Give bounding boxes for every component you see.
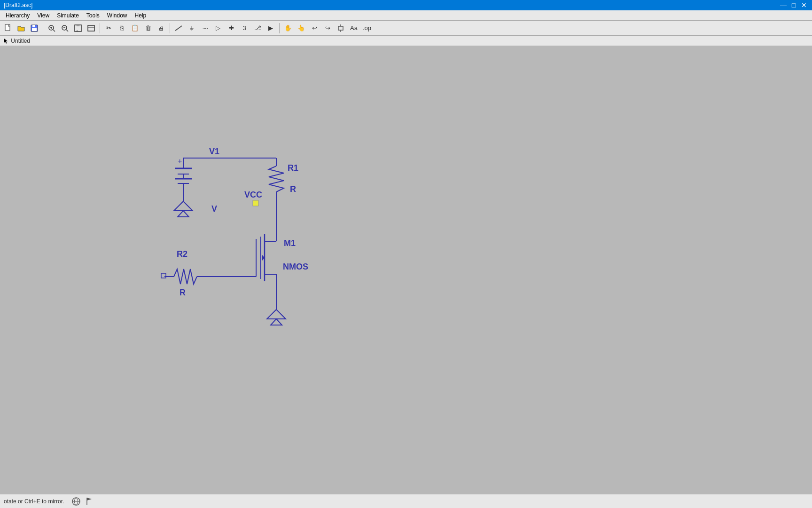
m1-label: M1: [284, 238, 296, 248]
title-bar-title: [Draft2.asc]: [4, 2, 32, 8]
svg-rect-3: [32, 28, 37, 31]
svg-rect-15: [88, 25, 94, 31]
v1-label: V1: [209, 147, 219, 156]
menu-tools[interactable]: Tools: [83, 11, 103, 20]
title-bar: [Draft2.asc] — □ ✕: [0, 0, 812, 10]
breadcrumb-label: Untitled: [11, 38, 30, 44]
menu-simulate[interactable]: Simulate: [53, 11, 83, 20]
zoom-out-button[interactable]: [59, 22, 71, 34]
vcc-pin-highlight: [253, 200, 258, 206]
title-bar-controls: — □ ✕: [779, 1, 808, 9]
m1-sublabel: NMOS: [283, 262, 308, 271]
svg-line-5: [53, 30, 55, 32]
menu-window[interactable]: Window: [103, 11, 131, 20]
svg-marker-55: [87, 498, 92, 500]
zoom-window-button[interactable]: [85, 22, 97, 34]
redo-button[interactable]: ↪: [321, 22, 334, 34]
component-button[interactable]: [335, 22, 347, 34]
hand-button[interactable]: ✋: [282, 22, 294, 34]
undo-button[interactable]: ↩: [308, 22, 320, 34]
zoom-in-button[interactable]: [46, 22, 58, 34]
menu-view[interactable]: View: [33, 11, 53, 20]
svg-marker-29: [174, 201, 193, 211]
menu-hierarchy[interactable]: Hierarchy: [2, 11, 33, 20]
toolbar-sep-4: [279, 23, 280, 33]
svg-rect-2: [32, 25, 35, 27]
svg-marker-21: [4, 38, 8, 44]
zoom-fit-button[interactable]: [72, 22, 84, 34]
pin-button[interactable]: ▶: [265, 22, 277, 34]
spice-dir-button[interactable]: .op: [361, 22, 373, 34]
menu-help[interactable]: Help: [131, 11, 150, 20]
v1-sublabel: V: [211, 204, 217, 214]
open-button[interactable]: [15, 22, 27, 34]
finger-button[interactable]: 👆: [295, 22, 307, 34]
wire-button[interactable]: [172, 22, 185, 34]
canvas-area[interactable]: + V1 V R1 R VCC: [0, 46, 812, 494]
paste-button[interactable]: 📋: [129, 22, 141, 34]
cut-button[interactable]: ✂: [102, 22, 115, 34]
browser-icon: [71, 497, 81, 506]
vcc-label: VCC: [244, 190, 262, 199]
maximize-button[interactable]: □: [789, 1, 798, 9]
circuit-diagram: + V1 V R1 R VCC: [0, 46, 812, 494]
delete-button[interactable]: 🗑: [142, 22, 154, 34]
status-bar: otate or Ctrl+E to mirror.: [0, 494, 812, 508]
r2-sublabel: R: [180, 288, 186, 297]
port-button[interactable]: ▷: [212, 22, 224, 34]
svg-rect-0: [5, 24, 10, 31]
toolbar-sep-3: [170, 23, 170, 33]
ground-button[interactable]: ⏚: [186, 22, 198, 34]
svg-line-17: [175, 26, 182, 31]
r1-label: R1: [288, 163, 298, 173]
svg-rect-11: [75, 25, 81, 32]
flag-icon: [85, 497, 94, 506]
svg-rect-51: [161, 273, 166, 278]
svg-marker-47: [271, 319, 282, 325]
r1-sublabel: R: [290, 184, 296, 194]
text-button[interactable]: Aa: [348, 22, 360, 34]
toolbar-sep-2: [100, 23, 100, 33]
save-button[interactable]: [28, 22, 40, 34]
copy-button[interactable]: ⎘: [116, 22, 128, 34]
status-message: otate or Ctrl+E to mirror.: [4, 498, 64, 505]
r2-label: R2: [177, 249, 187, 259]
toolbar-sep-1: [43, 23, 43, 33]
bus-tap-button[interactable]: ⎇: [251, 22, 264, 34]
vdd-button[interactable]: ⏖: [199, 22, 211, 34]
print-button[interactable]: 🖨: [155, 22, 167, 34]
cursor-icon: [3, 38, 9, 44]
new-button[interactable]: [2, 22, 14, 34]
junction-button[interactable]: ✚: [225, 22, 237, 34]
toolbar: ✂ ⎘ 📋 🗑 🖨 ⏚ ⏖ ▷ ✚ 3 ⎇ ▶ ✋ 👆 ↩ ↪ Aa .op: [0, 21, 812, 36]
minimize-button[interactable]: —: [779, 1, 788, 9]
svg-marker-46: [267, 310, 286, 319]
svg-marker-30: [178, 211, 189, 217]
svg-line-9: [66, 30, 68, 32]
svg-rect-18: [338, 26, 343, 30]
close-button[interactable]: ✕: [800, 1, 808, 9]
bus-button[interactable]: 3: [238, 22, 250, 34]
breadcrumb-bar: Untitled: [0, 36, 812, 46]
menu-bar: Hierarchy View Simulate Tools Window Hel…: [0, 10, 812, 21]
svg-text:+: +: [178, 157, 182, 165]
